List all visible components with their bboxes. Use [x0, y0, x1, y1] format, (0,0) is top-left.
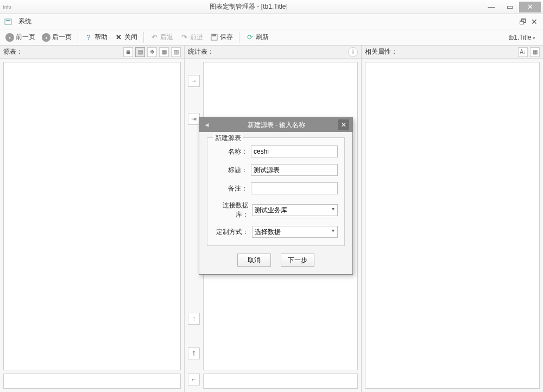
pane-stat-header: 统计表： i [185, 46, 361, 59]
tree-view-icon[interactable]: ▤ [135, 47, 145, 57]
dialog-cancel-button[interactable]: 取消 [237, 254, 271, 267]
toolbar-separator [143, 32, 144, 43]
mdi-restore-button[interactable]: 🗗 [517, 16, 529, 27]
toolbar-next-button[interactable]: › 后一页 [40, 31, 74, 43]
sort-icon[interactable]: A↓ [518, 47, 528, 57]
toolbar-save-label: 保存 [220, 33, 233, 42]
svg-rect-1 [6, 20, 10, 21]
source-list[interactable] [3, 62, 181, 370]
arrow-left-icon: ‹ [5, 33, 14, 42]
field-mode-label: 定制方式： [214, 227, 249, 237]
source-footer [3, 374, 181, 389]
dialog-groupbox: 新建源表 名称： 标题： 备注： 连接数据库： 测试业务库 [207, 137, 345, 246]
window-titlebar: Info 图表定制管理器 - [tb1.Title] — ▭ ✕ [0, 0, 543, 14]
move-left-button[interactable]: ← [188, 374, 200, 385]
move-up-button[interactable]: ↑ [188, 313, 200, 325]
toolbar-help-label: 帮助 [94, 33, 108, 42]
dialog-title: 新建源表 - 输入名称 [214, 121, 338, 130]
window-maximize-button[interactable]: ▭ [501, 2, 519, 12]
svg-rect-0 [5, 19, 11, 24]
toolbar-next-label: 后一页 [52, 33, 72, 42]
field-db-label: 连接数据库： [214, 201, 249, 219]
field-title-label: 标题： [214, 166, 248, 175]
arrow-right-icon: › [42, 33, 50, 42]
toolbar-separator [78, 32, 78, 43]
toolbar-close-button[interactable]: ✕ 关闭 [112, 31, 140, 43]
system-menu-icon [3, 17, 13, 27]
toolbar-close-label: 关闭 [124, 33, 137, 42]
expand-icon[interactable]: ✥ [147, 47, 157, 57]
menu-system[interactable]: 系统 [15, 16, 35, 27]
field-name-label: 名称： [214, 147, 248, 156]
toolbar-separator [239, 32, 239, 43]
toolbar-back-label: 后退 [160, 33, 173, 42]
move-right-end-button[interactable]: ⇥ [188, 113, 200, 125]
pane-attr-header: 相关属性： A↓ ▦ [362, 46, 543, 59]
window-minimize-button[interactable]: — [482, 2, 501, 12]
dialog-next-button[interactable]: 下一步 [281, 254, 314, 267]
detail-icon[interactable]: ▥ [171, 47, 181, 57]
toolbar-save-button[interactable]: 保存 [207, 31, 235, 43]
field-mode-select[interactable]: 选择数据 [252, 226, 338, 238]
close-icon: ✕ [114, 33, 123, 42]
info-icon[interactable]: i [348, 47, 358, 57]
field-remark-label: 备注： [214, 184, 248, 193]
toolbar-back-button[interactable]: ↶ 后退 [148, 31, 175, 43]
refresh-icon: ⟳ [245, 33, 254, 42]
mdi-close-button[interactable]: ✕ [529, 16, 540, 27]
field-remark-input[interactable] [251, 182, 338, 194]
grid-icon[interactable]: ▦ [159, 47, 169, 57]
svg-rect-3 [212, 34, 216, 36]
dialog-new-source: ◄ 新建源表 - 输入名称 ✕ 新建源表 名称： 标题： 备注： 连接数据库： [199, 117, 353, 275]
move-right-button[interactable]: → [188, 75, 200, 87]
pane-attr-label: 相关属性： [365, 47, 397, 56]
list-view-icon[interactable]: ≣ [123, 47, 133, 57]
app-icon: Info [2, 2, 12, 12]
dialog-titlebar: ◄ 新建源表 - 输入名称 ✕ [199, 118, 352, 132]
toolbar-refresh-label: 刷新 [256, 33, 269, 42]
dialog-back-icon[interactable]: ◄ [203, 121, 211, 129]
move-up-end-button[interactable]: ⤒ [188, 347, 200, 359]
toolbar: ‹ 前一页 › 后一页 ? 帮助 ✕ 关闭 ↶ 后退 ↷ 前进 保存 ⟳ 刷新 … [0, 29, 543, 46]
breadcrumb[interactable]: tb1.Title [504, 33, 540, 42]
dialog-group-legend: 新建源表 [213, 134, 243, 143]
pane-source-label: 源表： [3, 47, 23, 56]
pane-source: 源表： ≣ ▤ ✥ ▦ ▥ [0, 46, 185, 392]
field-name-input[interactable] [251, 146, 338, 157]
toolbar-forward-button[interactable]: ↷ 前进 [178, 31, 205, 43]
toolbar-help-button[interactable]: ? 帮助 [82, 31, 110, 43]
properties-icon[interactable]: ▦ [530, 47, 540, 57]
save-icon [210, 33, 218, 42]
menubar: 系统 🗗 ✕ [0, 14, 543, 29]
dialog-close-button[interactable]: ✕ [338, 119, 349, 130]
field-db-select[interactable]: 测试业务库 [252, 204, 338, 216]
help-icon: ? [84, 33, 93, 42]
window-title: 图表定制管理器 - [tb1.Title] [15, 2, 482, 11]
toolbar-refresh-button[interactable]: ⟳ 刷新 [243, 31, 271, 43]
attr-list[interactable] [365, 62, 540, 389]
field-title-input[interactable] [251, 164, 338, 176]
pane-attributes: 相关属性： A↓ ▦ [362, 46, 543, 392]
undo-icon: ↶ [150, 33, 159, 42]
toolbar-forward-label: 前进 [190, 33, 203, 42]
pane-source-header: 源表： ≣ ▤ ✥ ▦ ▥ [0, 46, 184, 59]
pane-stat-label: 统计表： [188, 47, 214, 56]
window-close-button[interactable]: ✕ [519, 2, 541, 12]
stat-footer [203, 374, 358, 389]
redo-icon: ↷ [180, 33, 188, 42]
toolbar-prev-label: 前一页 [16, 33, 35, 42]
toolbar-prev-button[interactable]: ‹ 前一页 [3, 31, 37, 43]
